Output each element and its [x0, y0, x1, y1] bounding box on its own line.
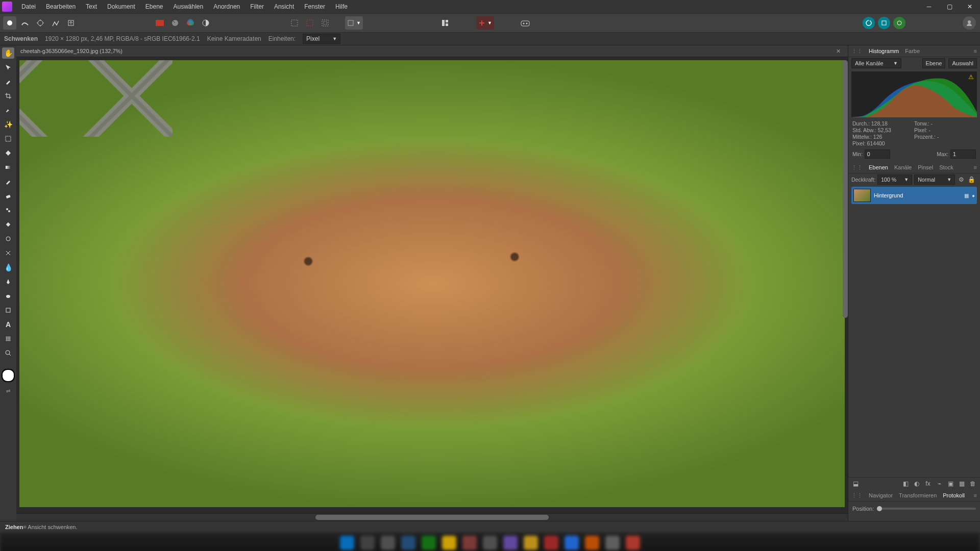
quickmask-dropdown[interactable]: ▼ [345, 16, 363, 30]
sync-button-1[interactable] [863, 17, 875, 29]
tab-pinsel[interactable]: Pinsel [918, 164, 933, 170]
magic-wand-tool[interactable]: ✨ [2, 119, 14, 130]
dodge-tool[interactable] [2, 233, 14, 244]
selection-brush-tool[interactable] [2, 105, 14, 116]
persona-develop-button[interactable] [34, 16, 47, 30]
nav-panel-menu-icon[interactable]: ≡ [974, 492, 977, 498]
smudge-tool[interactable]: 💧 [2, 262, 14, 273]
persona-tone-button[interactable] [49, 16, 62, 30]
menu-bearbeiten[interactable]: Bearbeiten [41, 0, 81, 13]
paint-brush-tool[interactable] [2, 176, 14, 187]
window-maximize-button[interactable]: ▢ [939, 0, 960, 13]
assistant-button[interactable] [519, 16, 532, 30]
arrange-button[interactable] [438, 16, 452, 30]
persona-export-button[interactable] [64, 16, 78, 30]
window-close-button[interactable]: ✕ [960, 0, 980, 13]
layer-row-background[interactable]: Hintergrund ▦ ● [851, 187, 977, 204]
layer-adjust-button[interactable]: ◐ [913, 480, 921, 488]
vertical-scrollbar[interactable] [843, 60, 848, 504]
menu-hilfe[interactable]: Hilfe [330, 0, 353, 13]
menu-dokument[interactable]: Dokument [102, 0, 140, 13]
mesh-warp-tool[interactable] [2, 333, 14, 344]
pen-tool[interactable] [2, 276, 14, 287]
layer-merge-button[interactable]: ⬓ [851, 480, 860, 488]
sponge-tool[interactable] [2, 290, 14, 302]
layer-mask-button[interactable]: ◧ [901, 480, 910, 488]
retouch-tool[interactable] [2, 247, 14, 259]
hand-tool[interactable]: ✋ [2, 47, 14, 59]
horizontal-scrollbar[interactable] [16, 513, 848, 521]
color-picker-tool[interactable] [2, 76, 14, 87]
selection-subtract-button[interactable] [318, 16, 332, 30]
histogram-channels-select[interactable]: Alle Kanäle▼ [851, 58, 901, 68]
tab-transformieren[interactable]: Transformieren [899, 492, 937, 498]
menu-auswaehlen[interactable]: Auswählen [168, 0, 208, 13]
persona-photo-button[interactable] [3, 16, 16, 30]
color-swatch[interactable] [2, 369, 15, 382]
layer-fx-button[interactable]: ⚙ [957, 176, 965, 184]
autolevels-button[interactable] [168, 16, 182, 30]
layer-visibility-icon[interactable]: ● [972, 193, 975, 198]
tab-stock[interactable]: Stock [939, 164, 953, 170]
shape-tool[interactable] [2, 305, 14, 316]
autocontrast-button[interactable] [199, 16, 212, 30]
sync-button-2[interactable] [878, 17, 890, 29]
sync-button-3[interactable] [893, 17, 905, 29]
window-minimize-button[interactable]: ─ [919, 0, 939, 13]
erase-tool[interactable] [2, 190, 14, 202]
clone-tool[interactable] [2, 205, 14, 216]
swap-colors-button[interactable]: ⇄ [2, 385, 14, 396]
menu-filter[interactable]: Filter [245, 0, 269, 13]
svg-rect-20 [882, 21, 886, 25]
layer-add-button[interactable]: ▦ [958, 480, 966, 488]
histogram-ebene-button[interactable]: Ebene [922, 58, 946, 68]
tab-histogram[interactable]: Histogramm [869, 48, 899, 54]
tab-kanaele[interactable]: Kanäle [894, 164, 912, 170]
tab-ebenen[interactable]: Ebenen [869, 164, 888, 170]
gradient-tool[interactable] [2, 162, 14, 173]
units-select[interactable]: Pixel▼ [303, 34, 340, 44]
tab-navigator[interactable]: Navigator [869, 492, 893, 498]
tab-color[interactable]: Farbe [905, 48, 920, 54]
menu-ansicht[interactable]: Ansicht [269, 0, 299, 13]
move-tool[interactable] [2, 62, 14, 73]
layer-fx2-button[interactable]: fx [924, 480, 932, 488]
layer-group-button[interactable]: ▣ [946, 480, 954, 488]
canvas[interactable] [16, 57, 848, 513]
document-tab-close[interactable]: ✕ [836, 48, 844, 55]
menu-text[interactable]: Text [81, 0, 102, 13]
autocolor-button[interactable] [184, 16, 197, 30]
layer-delete-button[interactable]: 🗑 [969, 480, 977, 488]
histogram-min-input[interactable] [865, 149, 890, 159]
layer-lock-button[interactable]: 🔒 [967, 176, 975, 184]
marquee-tool[interactable] [2, 133, 14, 144]
opacity-input[interactable]: 100 %▼ [877, 174, 912, 185]
swatch-red-button[interactable] [153, 16, 166, 30]
blend-mode-select[interactable]: Normal▼ [914, 174, 955, 185]
snapping-dropdown[interactable]: ▼ [476, 16, 494, 30]
text-tool[interactable]: A [2, 319, 14, 330]
selection-new-button[interactable] [288, 16, 301, 30]
zoom-tool[interactable] [2, 347, 14, 359]
layer-live-button[interactable]: ⌁ [935, 480, 943, 488]
panel-menu-icon[interactable]: ≡ [974, 48, 977, 54]
layer-lock-icon[interactable]: ▦ [964, 193, 969, 198]
selection-add-button[interactable] [303, 16, 316, 30]
healing-tool[interactable] [2, 219, 14, 230]
persona-liquify-button[interactable] [18, 16, 32, 30]
crop-tool[interactable] [2, 90, 14, 102]
tab-protokoll[interactable]: Protokoll [943, 492, 965, 498]
histogram-auswahl-button[interactable]: Auswahl [948, 58, 977, 68]
svg-rect-9 [291, 20, 298, 26]
document-tab[interactable]: cheetah-g3635066ee_1920.jpg (132,7%) ✕ [16, 45, 848, 57]
menu-fenster[interactable]: Fenster [299, 0, 330, 13]
flood-fill-tool[interactable] [2, 147, 14, 159]
status-desc-label: = Ansicht schwenken. [23, 524, 77, 530]
menu-anordnen[interactable]: Anordnen [208, 0, 245, 13]
histogram-max-input[interactable] [950, 149, 976, 159]
menu-datei[interactable]: Datei [16, 0, 41, 13]
history-position-slider[interactable] [877, 508, 976, 510]
layers-panel-menu-icon[interactable]: ≡ [974, 164, 977, 170]
account-button[interactable] [963, 16, 976, 30]
menu-ebene[interactable]: Ebene [140, 0, 168, 13]
